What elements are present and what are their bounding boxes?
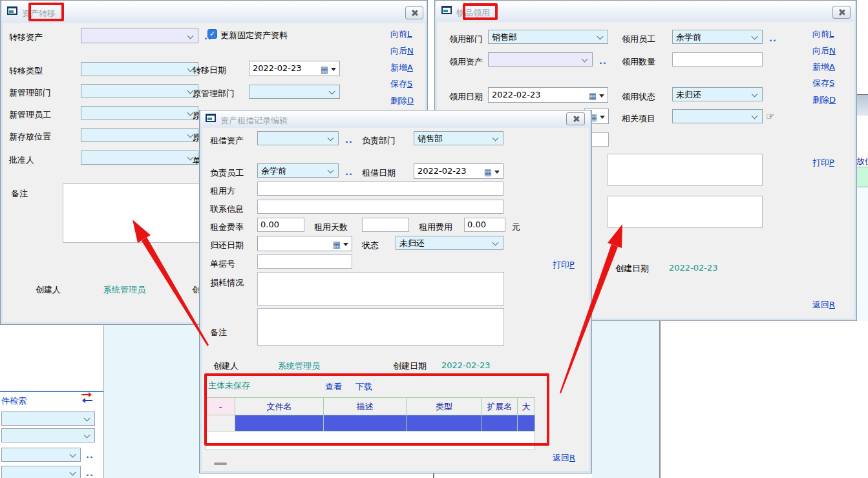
annotation-arrow-shaft-right bbox=[560, 244, 618, 393]
annotation-arrowhead-right bbox=[608, 224, 622, 248]
annotation-arrows bbox=[0, 0, 868, 478]
annotation-rect-requisition-title bbox=[463, 3, 498, 20]
annotation-rect-attachment-area bbox=[204, 373, 549, 446]
annotation-arrowhead-left bbox=[132, 220, 151, 243]
annotation-rect-transfer-title bbox=[28, 3, 64, 21]
screen: 件检索 .. .. 放位 资产转移 转移资产 .. ✓ 更新固定资产资料 转移类… bbox=[0, 0, 868, 478]
annotation-arrow-shaft-left bbox=[142, 237, 209, 346]
annotation-layer bbox=[0, 0, 868, 478]
